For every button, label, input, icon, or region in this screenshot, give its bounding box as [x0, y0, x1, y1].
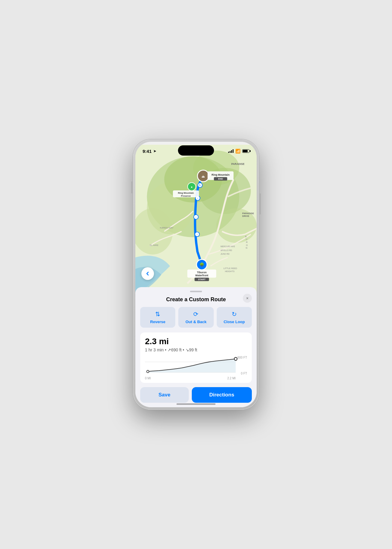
svg-text:🌳: 🌳: [199, 262, 204, 267]
dynamic-island: [178, 145, 214, 156]
route-actions: ⇅ Reverse ⟳ Out & Back ↻ Close Loop: [140, 307, 252, 328]
chart-x-end: 2.2 MI: [227, 377, 236, 380]
chart-y-min: 0 FT: [241, 372, 247, 375]
svg-text:Ring Mountain: Ring Mountain: [212, 173, 230, 176]
chart-y-max: 600 FT: [237, 356, 247, 359]
svg-text:Preserve: Preserve: [181, 195, 191, 197]
svg-text:KAREN WAY: KAREN WAY: [160, 226, 173, 229]
status-icons: 📶: [228, 149, 249, 153]
svg-text:JUNO RD: JUNO RD: [221, 253, 230, 255]
reverse-icon: ⇅: [155, 311, 160, 318]
status-time: 9:41 ➤: [143, 149, 156, 154]
svg-text:⛰: ⛰: [201, 174, 205, 178]
svg-text:B: B: [245, 235, 247, 238]
map-area[interactable]: ↑ ↑ ↑ ↻ 🌳 Tiburon Waterfront START ⛰: [135, 142, 257, 298]
close-loop-label: Close Loop: [224, 320, 245, 324]
bottom-sheet: Create a Custom Route × ⇅ Reverse ⟳ Out …: [135, 287, 257, 407]
sheet-handle: [190, 291, 202, 292]
svg-text:Tiburon: Tiburon: [197, 271, 207, 274]
wifi-icon: 📶: [235, 149, 240, 153]
svg-text:END: END: [218, 177, 223, 180]
svg-text:N: N: [246, 247, 248, 249]
reverse-button[interactable]: ⇅ Reverse: [140, 307, 175, 328]
chart-x-start: 0 MI: [145, 377, 151, 380]
route-distance: 2.3 mi: [145, 337, 247, 346]
home-indicator: [176, 403, 216, 405]
svg-text:DRIVE: DRIVE: [242, 215, 249, 217]
svg-text:↻: ↻: [199, 184, 201, 187]
elevation-chart: 600 FT 0 FT 0 MI 2.2 MI: [145, 356, 247, 380]
map-back-button[interactable]: [141, 267, 154, 280]
bottom-buttons: Save Directions: [140, 387, 252, 403]
svg-text:EL AIRE: EL AIRE: [150, 244, 158, 247]
svg-text:HEIGHTS: HEIGHTS: [225, 270, 234, 273]
svg-text:U: U: [246, 238, 248, 241]
svg-text:PARADISE: PARADISE: [242, 212, 254, 215]
signal-bars: [228, 149, 234, 153]
save-button[interactable]: Save: [140, 387, 189, 403]
sheet-title: Create a Custom Route: [140, 296, 252, 303]
phone-frame: 9:41 ➤ 📶: [133, 139, 259, 410]
route-stats: 2.3 mi 1 hr 3 min • ↗690 ft • ↘99 ft: [140, 332, 252, 383]
svg-text:APOLLO RD: APOLLO RD: [221, 249, 232, 251]
out-back-button[interactable]: ⟳ Out & Back: [178, 307, 213, 328]
svg-text:MERCURY AVE: MERCURY AVE: [221, 245, 235, 247]
svg-text:PARADISE: PARADISE: [231, 162, 244, 165]
close-button[interactable]: ×: [243, 294, 252, 303]
directions-button[interactable]: Directions: [192, 387, 252, 403]
svg-text:O: O: [246, 244, 248, 247]
reverse-label: Reverse: [150, 320, 165, 324]
close-loop-button[interactable]: ↻ Close Loop: [217, 307, 252, 328]
out-back-label: Out & Back: [185, 320, 207, 324]
svg-text:Waterfront: Waterfront: [195, 274, 208, 277]
svg-text:START: START: [198, 278, 206, 281]
time-display: 9:41: [143, 149, 152, 154]
svg-point-52: [234, 357, 237, 360]
svg-point-51: [147, 370, 149, 373]
location-arrow-icon: ➤: [153, 149, 156, 153]
svg-text:LITTLE REED: LITTLE REED: [223, 267, 237, 270]
phone-screen: 9:41 ➤ 📶: [135, 142, 257, 407]
out-back-icon: ⟳: [193, 311, 198, 318]
route-details: 1 hr 3 min • ↗690 ft • ↘99 ft: [145, 347, 247, 352]
svg-text:↑: ↑: [195, 216, 197, 219]
close-loop-icon: ↻: [232, 311, 237, 318]
svg-text:↑: ↑: [197, 233, 198, 236]
battery-icon: [242, 149, 249, 153]
svg-text:R: R: [246, 241, 248, 244]
svg-text:Ring Mountain: Ring Mountain: [178, 192, 194, 194]
svg-text:↑: ↑: [197, 197, 198, 200]
svg-text:●: ●: [191, 185, 193, 189]
